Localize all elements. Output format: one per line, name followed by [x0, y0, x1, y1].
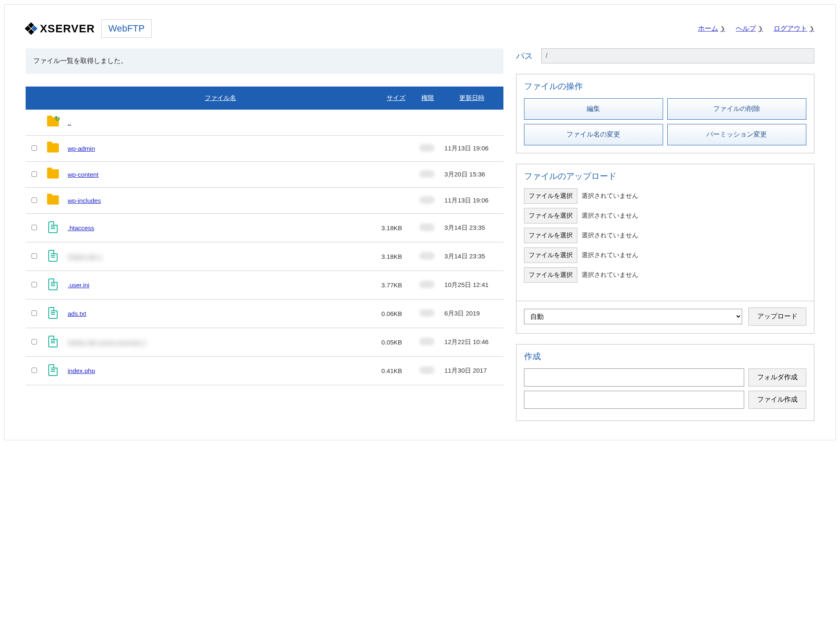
file-size: 3.77KB	[377, 271, 415, 300]
file-icon	[48, 336, 58, 347]
row-checkbox[interactable]	[32, 339, 37, 344]
table-row: wp-content3月20日 15:36	[26, 162, 503, 188]
table-row: hidden-file-name-example-20.05KB12月22日 1…	[26, 328, 503, 357]
table-row: wp-admin11月13日 19:06	[26, 136, 503, 162]
file-link[interactable]: wp-content	[68, 171, 98, 178]
header-nav: ホーム❯ ヘルプ❯ ログアウト❯	[698, 24, 814, 33]
permission-button[interactable]: パーミッション変更	[667, 124, 806, 145]
file-name-input[interactable]	[524, 391, 744, 409]
table-row: .user.ini3.77KB10月25日 12:41	[26, 271, 503, 300]
choose-file-button[interactable]: ファイルを選択	[524, 208, 577, 223]
chevron-right-icon: ❯	[720, 25, 725, 32]
file-link[interactable]: wp-includes	[68, 197, 101, 204]
row-checkbox[interactable]	[32, 171, 37, 177]
file-link[interactable]: hidden-file-1	[68, 253, 103, 260]
permission-value	[419, 281, 434, 288]
sort-size-link[interactable]: サイズ	[387, 94, 406, 101]
file-link[interactable]: wp-admin	[68, 145, 95, 152]
updated-date: 3月14日 23:35	[440, 214, 503, 242]
upload-button[interactable]: アップロード	[748, 308, 806, 326]
file-size: 3.18KB	[377, 214, 415, 242]
choose-file-button[interactable]: ファイルを選択	[524, 228, 577, 243]
notice-banner: ファイル一覧を取得しました。	[26, 48, 503, 74]
table-row: .htaccess3.18KB3月14日 23:35	[26, 214, 503, 242]
file-link[interactable]: .htaccess	[68, 224, 94, 231]
create-file-button[interactable]: ファイル作成	[748, 391, 806, 409]
row-checkbox[interactable]	[32, 145, 37, 151]
permission-value	[419, 196, 434, 204]
updated-date: 11月13日 19:06	[440, 188, 503, 214]
row-checkbox[interactable]	[32, 253, 37, 259]
brand-text: XSERVER	[40, 22, 95, 35]
table-row: wp-includes11月13日 19:06	[26, 188, 503, 214]
permission-value	[419, 144, 434, 152]
updated-date: 3月14日 23:35	[440, 242, 503, 271]
delete-button[interactable]: ファイルの削除	[667, 98, 806, 120]
folder-icon	[47, 169, 59, 179]
sort-name-link[interactable]: ファイル名	[205, 94, 236, 101]
file-select-row: ファイルを選択選択されていません	[524, 247, 806, 263]
file-link[interactable]: ads.txt	[68, 310, 86, 317]
file-icon	[48, 307, 58, 319]
no-file-text: 選択されていません	[582, 212, 638, 220]
file-icon	[48, 250, 58, 262]
file-table: ファイル名 サイズ 権限 更新日時 .. wp-admi	[26, 87, 503, 385]
file-size	[377, 188, 415, 214]
nav-home-link[interactable]: ホーム❯	[698, 24, 725, 33]
row-checkbox[interactable]	[32, 225, 37, 230]
permission-value	[419, 366, 434, 374]
choose-file-button[interactable]: ファイルを選択	[524, 267, 577, 283]
sort-perm-link[interactable]: 権限	[421, 94, 434, 101]
create-folder-button[interactable]: フォルダ作成	[748, 368, 806, 386]
permission-value	[419, 170, 434, 178]
chevron-right-icon: ❯	[758, 25, 763, 32]
choose-file-button[interactable]: ファイルを選択	[524, 188, 577, 204]
row-checkbox[interactable]	[32, 310, 37, 316]
file-size: 0.05KB	[377, 328, 415, 357]
updated-date: 10月25日 12:41	[440, 271, 503, 300]
file-size: 0.41KB	[377, 357, 415, 385]
folder-name-input[interactable]	[524, 368, 744, 386]
parent-link[interactable]: ..	[68, 119, 71, 126]
path-row: パス	[516, 48, 814, 63]
brand-logo: XSERVER	[26, 22, 95, 35]
permission-value	[419, 252, 434, 260]
nav-logout-link[interactable]: ログアウト❯	[774, 24, 814, 33]
table-row: hidden-file-13.18KB3月14日 23:35	[26, 242, 503, 271]
folder-icon	[47, 143, 59, 152]
row-checkbox[interactable]	[32, 368, 37, 373]
file-size: 0.06KB	[377, 300, 415, 328]
choose-file-button[interactable]: ファイルを選択	[524, 247, 577, 263]
upload-mode-select[interactable]: 自動	[524, 309, 742, 324]
nav-help-link[interactable]: ヘルプ❯	[736, 24, 763, 33]
table-row: index.php0.41KB11月30日 2017	[26, 357, 503, 385]
no-file-text: 選択されていません	[582, 271, 638, 279]
updated-date: 6月3日 2019	[440, 300, 503, 328]
header-left: XSERVER WebFTP	[26, 19, 152, 38]
chevron-right-icon: ❯	[809, 25, 814, 32]
row-checkbox[interactable]	[32, 197, 37, 203]
product-badge: WebFTP	[101, 19, 152, 38]
path-label: パス	[516, 50, 533, 62]
parent-row[interactable]: ..	[26, 110, 503, 136]
updated-date: 11月30日 2017	[440, 357, 503, 385]
path-input[interactable]	[541, 48, 814, 63]
rename-button[interactable]: ファイル名の変更	[524, 124, 663, 145]
file-link[interactable]: index.php	[68, 367, 95, 374]
row-checkbox[interactable]	[32, 282, 37, 287]
permission-value	[419, 309, 434, 317]
file-icon	[48, 279, 58, 290]
file-ops-panel: ファイルの操作 編集 ファイルの削除 ファイル名の変更 パーミッション変更	[516, 74, 814, 153]
sort-updated-link[interactable]: 更新日時	[459, 94, 485, 101]
no-file-text: 選択されていません	[582, 251, 638, 259]
permission-value	[419, 338, 434, 345]
create-panel: 作成 フォルダ作成 ファイル作成	[516, 344, 814, 421]
file-link[interactable]: hidden-file-name-example-2	[68, 339, 146, 346]
file-icon	[48, 221, 58, 233]
upload-title: ファイルのアップロード	[516, 164, 814, 188]
file-select-row: ファイルを選択選択されていません	[524, 208, 806, 223]
file-link[interactable]: .user.ini	[68, 281, 90, 289]
edit-button[interactable]: 編集	[524, 98, 663, 120]
no-file-text: 選択されていません	[582, 231, 638, 239]
folder-icon	[47, 195, 59, 205]
